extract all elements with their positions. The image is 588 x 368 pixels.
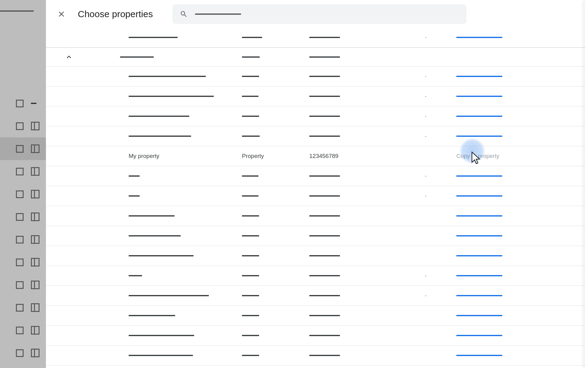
action-cell[interactable]: [456, 355, 585, 356]
id-redacted: [309, 295, 340, 296]
table-row[interactable]: [46, 246, 585, 266]
action-cell[interactable]: [456, 76, 585, 77]
id-redacted: [309, 96, 340, 97]
search-box[interactable]: [172, 4, 466, 24]
close-button[interactable]: [55, 7, 69, 21]
id-cell: [309, 215, 395, 217]
name-cell: [92, 295, 242, 296]
table-row[interactable]: -: [46, 126, 585, 146]
action-cell[interactable]: [456, 96, 585, 97]
table-row[interactable]: -: [46, 106, 585, 126]
id-redacted: [309, 215, 340, 217]
status-placeholder: -: [425, 193, 426, 199]
background-property-icon: [31, 167, 40, 176]
background-row: [0, 228, 46, 251]
table-row[interactable]: -: [46, 28, 585, 48]
table-row[interactable]: -: [46, 67, 585, 86]
name-cell: [92, 136, 242, 137]
action-cell[interactable]: [456, 315, 585, 316]
status-placeholder: -: [425, 113, 426, 119]
name-cell: [92, 215, 242, 217]
table-row[interactable]: [46, 306, 585, 326]
action-cell[interactable]: [456, 275, 585, 276]
status-placeholder: -: [425, 273, 426, 278]
action-link-redacted[interactable]: [456, 215, 502, 217]
status-cell: -: [395, 173, 456, 179]
action-cell[interactable]: [456, 195, 585, 197]
action-link-redacted[interactable]: [456, 37, 502, 38]
action-cell[interactable]: [456, 295, 585, 296]
id-cell: [309, 355, 395, 356]
table-row[interactable]: -: [46, 86, 585, 106]
action-cell[interactable]: [456, 116, 585, 117]
name-cell: [92, 235, 242, 236]
type-redacted: [242, 275, 259, 276]
table-row[interactable]: [46, 226, 585, 246]
background-property-icon: [31, 281, 40, 289]
name-cell: [92, 195, 242, 197]
action-cell[interactable]: [456, 235, 585, 236]
id-redacted: [309, 315, 340, 316]
id-redacted: [309, 136, 340, 137]
table-row[interactable]: -: [46, 286, 585, 306]
action-link-redacted[interactable]: [456, 175, 502, 177]
action-link-redacted[interactable]: [456, 195, 502, 197]
action-link-redacted[interactable]: [456, 315, 502, 316]
table-row[interactable]: -: [46, 186, 585, 206]
modal-header: Choose properties: [46, 1, 585, 28]
action-cell[interactable]: Copy to property: [456, 153, 585, 159]
type-cell: [242, 136, 309, 137]
background-row: [0, 137, 46, 160]
table-row[interactable]: -: [46, 166, 585, 186]
action-link-redacted[interactable]: [456, 136, 502, 137]
type-cell: [242, 96, 309, 97]
background-property-icon: [31, 258, 40, 266]
type-redacted: [242, 195, 258, 197]
id-redacted: [309, 235, 340, 236]
name-cell: [92, 275, 242, 276]
table-row[interactable]: [46, 206, 585, 226]
action-cell[interactable]: [456, 335, 585, 336]
type-redacted: [242, 215, 259, 217]
action-link-redacted[interactable]: [456, 76, 502, 77]
action-cell[interactable]: [456, 255, 585, 256]
action-link-redacted[interactable]: [456, 295, 502, 296]
action-link-redacted[interactable]: [456, 335, 502, 336]
name-redacted: [129, 235, 181, 236]
type-cell: [242, 275, 309, 276]
copy-to-property-link[interactable]: Copy to property: [456, 153, 499, 159]
action-link-redacted[interactable]: [456, 235, 502, 236]
table-row[interactable]: [46, 326, 585, 346]
action-link-redacted[interactable]: [456, 255, 502, 256]
properties-table: -----My propertyProperty123456789Copy to…: [46, 28, 585, 367]
background-row: [0, 296, 46, 319]
background-row: [0, 205, 46, 228]
action-link-redacted[interactable]: [456, 96, 502, 97]
background-checkbox: [16, 190, 24, 198]
expand-cell[interactable]: [46, 53, 92, 61]
action-link-redacted[interactable]: [456, 355, 502, 356]
name-redacted: [129, 275, 142, 276]
id-cell: [309, 96, 395, 97]
table-row[interactable]: My propertyProperty123456789Copy to prop…: [46, 146, 585, 166]
type-redacted: [242, 235, 259, 236]
name-cell: [92, 76, 242, 77]
background-row: [0, 251, 46, 274]
table-row[interactable]: [46, 346, 585, 366]
action-link-redacted[interactable]: [456, 275, 502, 276]
type-redacted: [242, 335, 259, 336]
group-row[interactable]: [46, 48, 585, 67]
action-cell[interactable]: [456, 175, 585, 177]
table-row[interactable]: -: [46, 266, 585, 286]
action-link-redacted[interactable]: [456, 116, 502, 117]
action-cell[interactable]: [456, 136, 585, 137]
action-cell[interactable]: [456, 37, 585, 38]
type-redacted: [242, 76, 259, 77]
id-cell: [309, 116, 395, 117]
property-id: 123456789: [309, 153, 338, 159]
name-redacted: [129, 175, 140, 177]
action-cell[interactable]: [456, 215, 585, 217]
id-redacted: [309, 255, 340, 256]
id-cell: [309, 295, 395, 296]
type-redacted: [242, 116, 259, 117]
